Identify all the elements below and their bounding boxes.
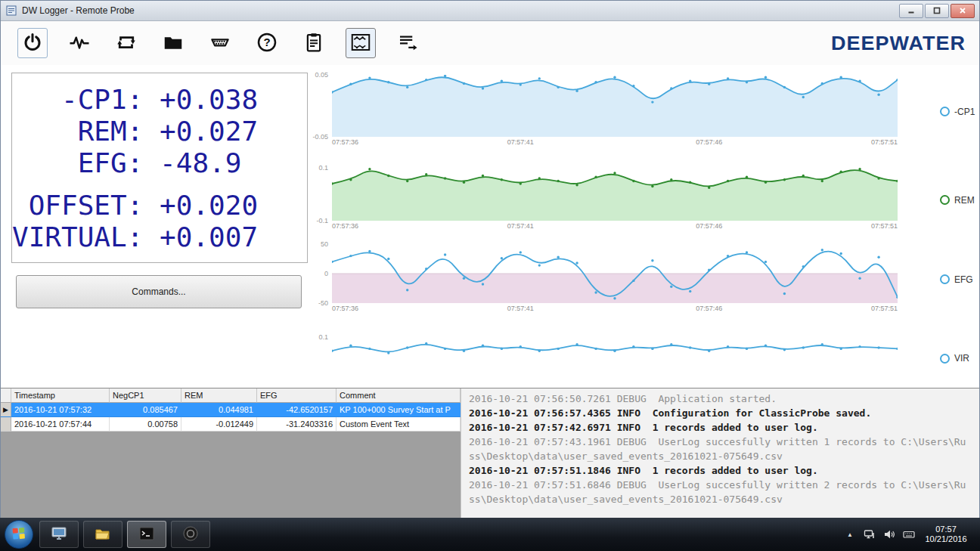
x-tick-label: 07:57:41 <box>507 305 534 312</box>
taskbar-app-console[interactable] <box>127 521 166 548</box>
plot-area--CP1 <box>332 75 898 137</box>
x-tick-label: 07:57:46 <box>696 305 722 312</box>
column-header[interactable]: Comment <box>336 388 461 403</box>
legend--CP1: -CP1 <box>898 75 980 148</box>
network-icon[interactable] <box>864 528 876 540</box>
x-tick-label: 07:57:51 <box>871 138 898 146</box>
x-tick-label: 07:57:41 <box>507 138 534 146</box>
x-tick-label: 07:57:36 <box>332 138 358 146</box>
log-line: 2016-10-21 07:57:42.6971 INFO 1 records … <box>469 420 972 435</box>
taskbar-app-probe[interactable] <box>171 521 210 548</box>
power-icon <box>21 31 44 56</box>
taskbar-apps <box>39 520 210 549</box>
legend-marker-icon <box>940 354 950 364</box>
volume-icon[interactable] <box>883 528 895 540</box>
events-table: TimestampNegCP1REMEFGComment▶2016-10-21 … <box>1 388 461 518</box>
strip-charts: 0.05-0.0507:57:3607:57:4107:57:4607:57:5… <box>306 67 980 385</box>
minimize-button[interactable] <box>899 4 923 18</box>
titlebar[interactable]: DW Logger - Remote Probe <box>1 1 979 21</box>
waveform-button[interactable] <box>64 28 95 58</box>
windows-flag-icon <box>12 527 26 543</box>
folder-icon <box>162 31 185 56</box>
legend-marker-icon <box>940 195 950 205</box>
x-tick-label: 07:57:51 <box>871 222 898 230</box>
tray-expand-icon[interactable]: ▲ <box>844 528 856 540</box>
x-tick-label: 07:57:46 <box>696 138 722 146</box>
loop-button[interactable] <box>111 28 141 58</box>
loop-icon <box>115 31 138 56</box>
reading-value: +0.027 <box>160 116 258 147</box>
y-axis-ticks: 0.1-0.1 <box>306 168 332 221</box>
tray-time: 07:57 <box>923 525 969 534</box>
commands-button[interactable]: Commands... <box>16 275 302 308</box>
strip-charts-button[interactable] <box>346 28 376 58</box>
taskbar-app-display[interactable] <box>39 521 79 548</box>
reading-label: -CP1: <box>12 84 143 116</box>
system-tray: ▲ 07:57 10/21/2016 <box>844 525 975 544</box>
table-cell: 2016-10-21 07:57:44 <box>11 417 110 432</box>
table-header-row: TimestampNegCP1REMEFGComment <box>1 388 461 403</box>
table-row[interactable]: ▶2016-10-21 07:57:320.0854670.044981-42.… <box>1 403 461 417</box>
reading-line: -CP1:+0.038 <box>12 84 307 116</box>
legend-VIR: VIR <box>898 337 980 379</box>
maximize-button[interactable] <box>925 4 949 18</box>
serial-port-button[interactable] <box>205 28 235 58</box>
x-tick-label: 07:57:36 <box>332 305 358 312</box>
readings-panel: -CP1:+0.038REM:+0.027EFG:-48.9OFFSET:+0.… <box>11 73 308 263</box>
x-tick-label: 07:57:51 <box>871 305 898 312</box>
folder-button[interactable] <box>158 28 188 58</box>
start-button[interactable] <box>5 520 33 549</box>
plot-area-REM <box>332 168 898 221</box>
log-line: 2016-10-21 07:56:57.4365 INFO Configurat… <box>469 406 972 420</box>
keyboard-icon[interactable] <box>903 528 915 540</box>
waveform-icon <box>68 31 91 56</box>
help-icon: ? <box>256 31 278 56</box>
power-button[interactable] <box>17 28 48 58</box>
legend-marker-icon <box>940 274 950 284</box>
chart-VIR: 0.1VIR <box>306 337 980 379</box>
reading-label: OFFSET: <box>12 190 143 221</box>
bottom-panels: TimestampNegCP1REMEFGComment▶2016-10-21 … <box>1 388 979 518</box>
folder-open-icon <box>94 525 112 545</box>
clipboard-button[interactable] <box>299 28 329 58</box>
column-header[interactable]: Timestamp <box>11 388 110 403</box>
y-axis-ticks: 0.1 <box>306 337 332 379</box>
column-header[interactable]: NegCP1 <box>110 388 181 403</box>
x-tick-label: 07:57:36 <box>332 222 358 230</box>
table-cell: 0.00758 <box>110 417 181 432</box>
log-line: 2016-10-21 07:57:51.1846 INFO 1 records … <box>469 463 972 478</box>
serial-port-icon <box>209 31 231 56</box>
column-header[interactable]: REM <box>181 388 257 403</box>
taskbar-app-explorer[interactable] <box>83 521 122 548</box>
clock[interactable]: 07:57 10/21/2016 <box>923 525 969 544</box>
log-panel: 2016-10-21 07:56:50.7261 DEBUG Applicati… <box>461 388 979 518</box>
clipboard-icon <box>302 31 325 56</box>
log-output-button[interactable] <box>392 28 423 58</box>
reading-value: +0.020 <box>160 190 258 221</box>
strip-chart-icon <box>349 31 372 56</box>
chart-EFG: 500-5007:57:3607:57:4107:57:4607:57:51EF… <box>306 244 980 314</box>
plot-area-VIR <box>332 337 898 379</box>
console-icon <box>138 525 156 545</box>
y-axis-ticks: 0.05-0.05 <box>306 75 332 137</box>
taskbar: ▲ 07:57 10/21/2016 <box>0 518 980 551</box>
close-button[interactable] <box>951 4 975 18</box>
chart--CP1: 0.05-0.0507:57:3607:57:4107:57:4607:57:5… <box>306 75 980 148</box>
chart-REM: 0.1-0.107:57:3607:57:4107:57:4607:57:51R… <box>306 168 980 232</box>
table-row[interactable]: 2016-10-21 07:57:440.00758-0.012449-31.2… <box>1 417 461 432</box>
y-tick-label: -50 <box>318 299 328 307</box>
help-button[interactable]: ? <box>252 28 282 58</box>
x-axis-ticks: 07:57:3607:57:4107:57:4607:57:51 <box>332 305 898 314</box>
column-header[interactable]: EFG <box>257 388 336 403</box>
table-cell: -31.2403316 <box>257 417 336 432</box>
toolbar: ? DEEPWATER <box>1 21 979 65</box>
y-tick-label: 0.1 <box>318 164 328 172</box>
legend-label: VIR <box>954 353 969 364</box>
reading-label: REM: <box>12 116 143 147</box>
y-tick-label: 0 <box>324 270 328 277</box>
y-tick-label: 50 <box>321 240 328 248</box>
reading-label: VIRTUAL: <box>12 221 143 253</box>
row-marker-header <box>1 388 11 403</box>
y-tick-label: 0.1 <box>318 333 328 341</box>
log-line: 2016-10-21 07:56:50.7261 DEBUG Applicati… <box>469 392 972 406</box>
